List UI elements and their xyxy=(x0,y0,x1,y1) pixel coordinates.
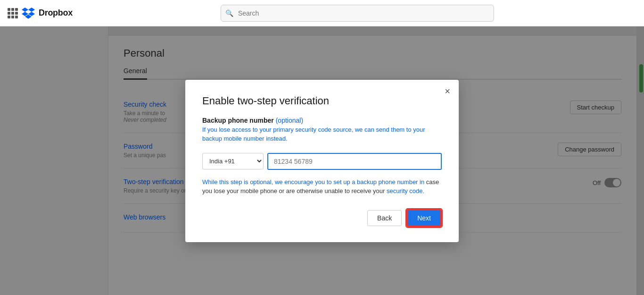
modal-subtitle: Backup phone number(optional) xyxy=(202,117,442,124)
dropbox-logo-icon xyxy=(22,8,35,19)
modal-description: If you lose access to your primary secur… xyxy=(202,125,442,143)
modal-close-button[interactable]: × xyxy=(445,86,450,96)
phone-input[interactable] xyxy=(267,153,442,170)
modal-actions: Back Next xyxy=(202,209,442,227)
modal-overlay: × Enable two-step verification Backup ph… xyxy=(0,26,644,295)
dropbox-wordmark: Dropbox xyxy=(39,8,73,18)
logo-area: Dropbox xyxy=(8,8,73,19)
search-icon: 🔍 xyxy=(225,9,233,17)
modal: × Enable two-step verification Backup ph… xyxy=(185,80,459,242)
next-button[interactable]: Next xyxy=(406,209,442,227)
topbar: Dropbox 🔍 xyxy=(0,0,644,26)
search-input[interactable] xyxy=(221,5,494,22)
page-layout: Personal General Security check Take a m… xyxy=(0,26,644,295)
grid-icon[interactable] xyxy=(8,8,18,18)
search-bar[interactable]: 🔍 xyxy=(221,5,494,22)
back-button[interactable]: Back xyxy=(367,210,402,226)
optional-label: (optional) xyxy=(276,117,303,124)
country-select[interactable]: India +91 United States +1 United Kingdo… xyxy=(202,153,264,169)
phone-row: India +91 United States +1 United Kingdo… xyxy=(202,153,442,170)
modal-note: While this step is optional, we encourag… xyxy=(202,177,442,196)
modal-title: Enable two-step verification xyxy=(202,95,442,107)
